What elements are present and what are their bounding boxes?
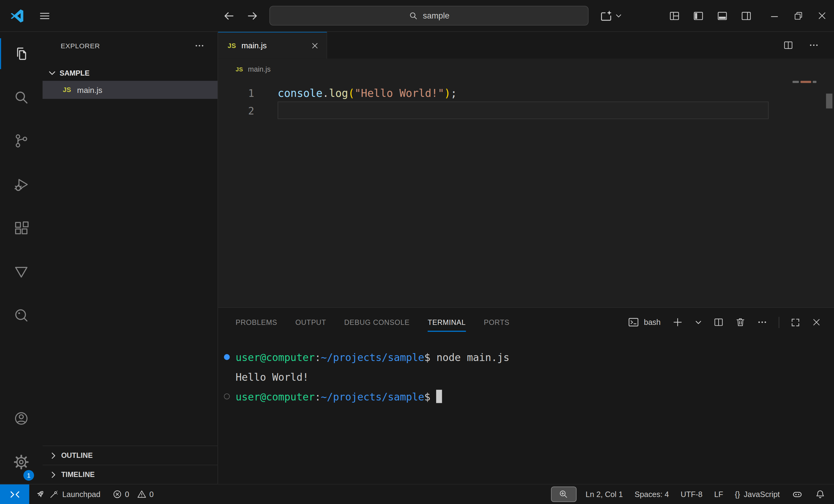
- eol-status[interactable]: LF: [708, 484, 729, 504]
- toggle-secondary-sidebar-icon[interactable]: [734, 0, 758, 31]
- activity-settings[interactable]: 1: [0, 440, 43, 484]
- gear-icon: [13, 454, 29, 470]
- editor-tab-bar: JS main.js: [218, 32, 834, 59]
- back-arrow-icon[interactable]: [223, 9, 235, 22]
- warning-icon: [137, 489, 147, 499]
- activity-extension-triangle[interactable]: [0, 250, 43, 294]
- outline-section[interactable]: OUTLINE: [43, 446, 217, 465]
- sidebar-spacer: [43, 99, 217, 446]
- minimize-button[interactable]: [762, 0, 786, 31]
- terminal-line-3: user@computer:~/projects/sample$: [218, 387, 834, 406]
- line-col-label: Ln 2, Col 1: [586, 490, 623, 499]
- command-decoration-pending[interactable]: [218, 393, 236, 399]
- terminal-cursor: [436, 390, 442, 403]
- extensions-icon: [13, 220, 29, 236]
- chevron-down-icon: [48, 69, 57, 77]
- line-number-1: 1: [218, 87, 278, 99]
- tab-output[interactable]: OUTPUT: [295, 308, 326, 337]
- indentation-status[interactable]: Spaces: 4: [629, 484, 675, 504]
- terminal-view[interactable]: user@computer:~/projects/sample$ node ma…: [218, 337, 834, 484]
- tab-mainjs[interactable]: JS main.js: [218, 32, 327, 59]
- js-file-icon: JS: [63, 86, 71, 94]
- prompt-path: ~/projects/sample: [321, 351, 424, 363]
- encoding-label: UTF-8: [681, 490, 702, 499]
- toggle-sidebar-icon[interactable]: [686, 0, 710, 31]
- prompt-colon: :: [315, 351, 321, 363]
- shell-label: bash: [644, 318, 661, 326]
- tab-ports[interactable]: PORTS: [484, 308, 510, 337]
- folder-name: SAMPLE: [60, 69, 90, 77]
- toggle-panel-icon[interactable]: [710, 0, 734, 31]
- minimap-mark: [813, 81, 816, 83]
- token-open-paren: (: [348, 87, 354, 99]
- activity-search[interactable]: [0, 76, 43, 119]
- activity-explorer[interactable]: [0, 32, 43, 76]
- command-decoration-success[interactable]: [218, 354, 236, 360]
- tab-debug-console[interactable]: DEBUG CONSOLE: [344, 308, 410, 337]
- cursor-position-status[interactable]: Ln 2, Col 1: [580, 484, 629, 504]
- activity-account[interactable]: [0, 396, 43, 440]
- menu-icon[interactable]: [38, 9, 51, 22]
- split-editor-icon[interactable]: [783, 40, 794, 50]
- editor-area: JS main.js: [218, 32, 834, 307]
- restore-button[interactable]: [786, 0, 810, 31]
- outline-dot-icon: [224, 393, 229, 399]
- activity-extension-circle[interactable]: [0, 294, 43, 337]
- explorer-sidebar: EXPLORER SAMPLE JS main.js OUTLI: [43, 32, 218, 484]
- activity-source-control[interactable]: [0, 119, 43, 163]
- zoom-status-button[interactable]: [551, 486, 576, 502]
- minimap[interactable]: [792, 81, 824, 144]
- terminal-output: Hello World!: [236, 371, 309, 383]
- panel-more-actions-icon[interactable]: [757, 317, 767, 327]
- prompt-dollar: $: [424, 390, 430, 402]
- terminal-line-2: Hello World!: [218, 367, 834, 387]
- file-item-mainjs[interactable]: JS main.js: [43, 81, 217, 99]
- launchpad-status-item[interactable]: Launchpad: [29, 484, 106, 504]
- encoding-status[interactable]: UTF-8: [675, 484, 708, 504]
- prompt-dollar: $: [424, 351, 430, 363]
- problems-status-item[interactable]: 0 0: [106, 484, 159, 504]
- editor-scrollbar[interactable]: [826, 93, 833, 108]
- new-terminal-icon[interactable]: [672, 316, 684, 328]
- code-editor[interactable]: 1 console.log("Hello World!"); 2: [218, 80, 834, 307]
- prompt-user: user@computer: [236, 390, 315, 402]
- files-icon: [13, 46, 29, 62]
- circle-extension-icon: [13, 307, 29, 323]
- search-icon: [13, 89, 29, 105]
- copilot-status-item[interactable]: [786, 484, 809, 504]
- vscode-window: sample: [0, 0, 834, 504]
- wand-icon: [49, 489, 59, 499]
- close-window-button[interactable]: [810, 0, 834, 31]
- minimap-mark: [800, 81, 811, 83]
- notifications-status-item[interactable]: [809, 484, 834, 504]
- tab-terminal[interactable]: TERMINAL: [427, 308, 466, 337]
- forward-arrow-icon[interactable]: [246, 9, 259, 22]
- terminal-line-1: user@computer:~/projects/sample$ node ma…: [218, 347, 834, 367]
- shell-selector[interactable]: bash: [628, 316, 661, 328]
- timeline-section[interactable]: TIMELINE: [43, 465, 217, 484]
- editor-more-actions-icon[interactable]: [809, 40, 819, 50]
- tab-label: main.js: [241, 41, 305, 50]
- activity-extensions[interactable]: [0, 206, 43, 250]
- copilot-menu[interactable]: [599, 9, 622, 23]
- warning-count: 0: [149, 490, 154, 499]
- token-object: console: [278, 87, 323, 99]
- split-terminal-icon[interactable]: [713, 317, 724, 327]
- maximize-panel-icon[interactable]: [790, 317, 800, 327]
- blue-dot-icon: [224, 354, 229, 360]
- tab-problems[interactable]: PROBLEMS: [236, 308, 277, 337]
- close-panel-icon[interactable]: [812, 318, 821, 327]
- close-tab-icon[interactable]: [311, 41, 319, 50]
- command-center-search[interactable]: sample: [269, 6, 589, 25]
- language-status[interactable]: {} JavaScript: [729, 484, 785, 504]
- breadcrumb[interactable]: JS main.js: [218, 59, 834, 80]
- token-semicolon: ;: [451, 87, 457, 99]
- js-file-icon: JS: [228, 42, 236, 49]
- remote-indicator[interactable]: [0, 484, 29, 504]
- terminal-dropdown-chevron-icon[interactable]: [695, 319, 702, 326]
- activity-run-debug[interactable]: [0, 163, 43, 206]
- folder-section-sample[interactable]: SAMPLE: [43, 65, 217, 81]
- kill-terminal-icon[interactable]: [735, 317, 746, 327]
- customize-layout-icon[interactable]: [662, 0, 686, 31]
- explorer-more-actions-icon[interactable]: [194, 40, 205, 51]
